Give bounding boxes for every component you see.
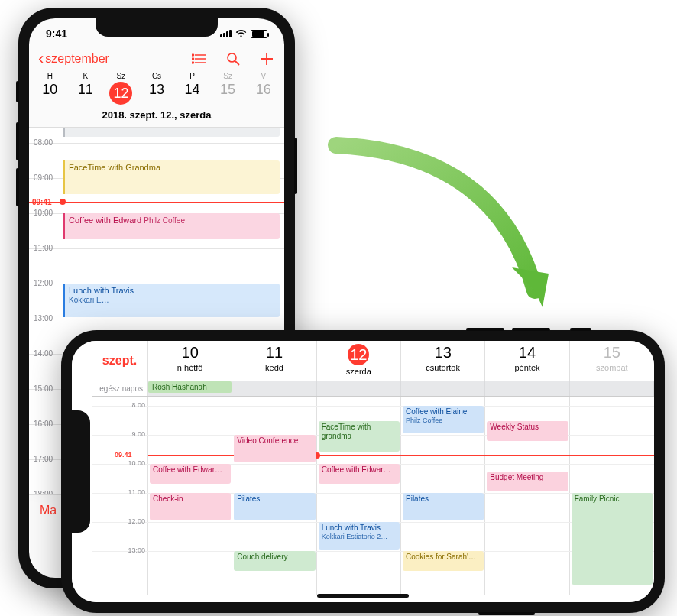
calendar-event[interactable]	[63, 128, 280, 137]
calendar-event[interactable]: Coffee with ElainePhilz Coffee	[403, 406, 484, 433]
back-button[interactable]: ‹ szeptember	[38, 50, 109, 67]
calendar-event[interactable]: Coffee with Edwar…	[150, 464, 231, 484]
weekday-letter: V	[245, 72, 281, 80]
calendar-event[interactable]: Cookies for Sarah'…	[403, 551, 484, 571]
svg-point-3	[193, 54, 194, 56]
now-indicator-label: 09:41	[32, 198, 52, 206]
week-view: szept. 10 n hétfő 11 kedd 12 szerda 13 c…	[72, 341, 654, 602]
calendar-event[interactable]: Pilates	[234, 493, 315, 520]
calendar-event[interactable]: FaceTime with Grandma	[63, 160, 280, 194]
calendar-event[interactable]: FaceTime with grandma	[319, 421, 400, 452]
now-indicator-line: 09.41	[148, 455, 654, 456]
wifi-icon	[235, 29, 247, 38]
all-day-cell[interactable]	[317, 381, 401, 396]
all-day-cell[interactable]	[401, 381, 485, 396]
week-day-cell[interactable]: 11 kedd	[232, 341, 316, 381]
weekday-numbers-row: 10 11 12 13 14 15 16	[29, 82, 284, 105]
add-event-icon[interactable]	[258, 52, 275, 66]
event-title: Coffee with Edward	[69, 216, 141, 225]
week-day-cell[interactable]: 13 csütörtök	[401, 341, 485, 381]
all-day-label: egész napos	[92, 381, 148, 396]
week-grid[interactable]: 8:00 9:00 10:00 11:00 12:00 13:00 09.41 …	[92, 397, 654, 595]
all-day-row: egész napos Rosh Hashanah	[92, 381, 654, 397]
notch	[72, 410, 90, 533]
now-indicator-line	[29, 202, 284, 203]
calendar-event[interactable]: Video Conference	[234, 435, 315, 462]
phone-landscape-frame: szept. 10 n hétfő 11 kedd 12 szerda 13 c…	[61, 330, 665, 613]
calendar-event[interactable]: Check-in	[150, 493, 231, 520]
event-title: Lunch with Travis	[69, 286, 134, 295]
all-day-cell[interactable]: Rosh Hashanah	[148, 381, 232, 396]
svg-point-6	[228, 53, 236, 62]
rotate-arrow-icon	[306, 130, 565, 344]
hour-line: 13:00	[29, 319, 284, 319]
day-cell[interactable]: 13	[139, 82, 175, 105]
weekday-letter: Sz	[210, 72, 246, 80]
status-icons	[220, 29, 267, 38]
now-indicator-dot	[60, 199, 66, 205]
day-cell[interactable]: 10	[32, 82, 68, 105]
calendar-event[interactable]: Lunch with Travis Kokkari E…	[63, 284, 280, 317]
chevron-left-icon: ‹	[38, 50, 44, 67]
calendar-event[interactable]: Weekly Status	[487, 421, 568, 441]
hour-line: 11:00	[29, 248, 284, 249]
event-title: FaceTime with Grandma	[69, 163, 160, 172]
weekday-letter: H	[32, 72, 68, 80]
now-indicator-label: 09.41	[115, 451, 132, 459]
status-time: 9:41	[46, 28, 67, 40]
day-cell[interactable]: 11	[68, 82, 104, 105]
home-indicator[interactable]	[317, 594, 409, 598]
event-subtitle: Philz Coffee	[144, 216, 185, 225]
svg-point-5	[193, 62, 194, 63]
calendar-event[interactable]: Lunch with TravisKokkari Estiatorio 2…	[319, 522, 400, 550]
notch	[96, 18, 218, 37]
hour-line: 08:00	[29, 143, 284, 144]
week-day-cell[interactable]: 12 szerda	[317, 341, 401, 381]
full-date-label: 2018. szept. 12., szerda	[29, 105, 284, 128]
all-day-cell[interactable]	[232, 381, 316, 396]
weekday-letters-row: H K Sz Cs P Sz V	[29, 72, 284, 82]
week-header: szept. 10 n hétfő 11 kedd 12 szerda 13 c…	[92, 341, 654, 381]
day-cell[interactable]: 14	[174, 82, 210, 105]
calendar-event[interactable]: Pilates	[403, 493, 484, 520]
calendar-event[interactable]: Family Picnic	[572, 493, 653, 585]
svg-point-4	[193, 58, 194, 60]
calendar-event[interactable]: Budget Meeting	[487, 472, 568, 491]
weekday-letter: K	[68, 72, 104, 80]
weekday-letter: Sz	[103, 72, 139, 80]
weekday-letter: P	[174, 72, 210, 80]
search-icon[interactable]	[225, 52, 241, 66]
cellular-icon	[220, 30, 232, 37]
week-day-cell[interactable]: 14 péntek	[485, 341, 569, 381]
landscape-screen: szept. 10 n hétfő 11 kedd 12 szerda 13 c…	[72, 341, 654, 602]
battery-icon	[251, 30, 267, 38]
event-subtitle: Kokkari E…	[69, 296, 109, 304]
all-day-event[interactable]: Rosh Hashanah	[148, 381, 232, 393]
all-day-cell[interactable]	[570, 381, 654, 396]
nav-bar: ‹ szeptember	[29, 49, 284, 72]
day-cell[interactable]: 12	[103, 82, 139, 105]
week-day-cell[interactable]: 10 n hétfő	[148, 341, 232, 381]
list-view-icon[interactable]	[191, 52, 208, 66]
day-cell[interactable]: 15	[210, 82, 246, 105]
week-day-cell[interactable]: 15 szombat	[570, 341, 654, 381]
all-day-cell[interactable]	[485, 381, 569, 396]
day-cell[interactable]: 16	[245, 82, 281, 105]
calendar-event[interactable]: Coffee with Edwar…	[319, 464, 400, 484]
weekday-letter: Cs	[139, 72, 175, 80]
calendar-event[interactable]: Coffee with Edward Philz Coffee	[63, 213, 280, 239]
calendar-event[interactable]: Couch delivery	[234, 551, 315, 571]
back-label: szeptember	[45, 52, 109, 66]
today-label: Ma	[40, 504, 57, 517]
svg-line-7	[235, 61, 239, 65]
month-label[interactable]: szept.	[92, 341, 148, 381]
